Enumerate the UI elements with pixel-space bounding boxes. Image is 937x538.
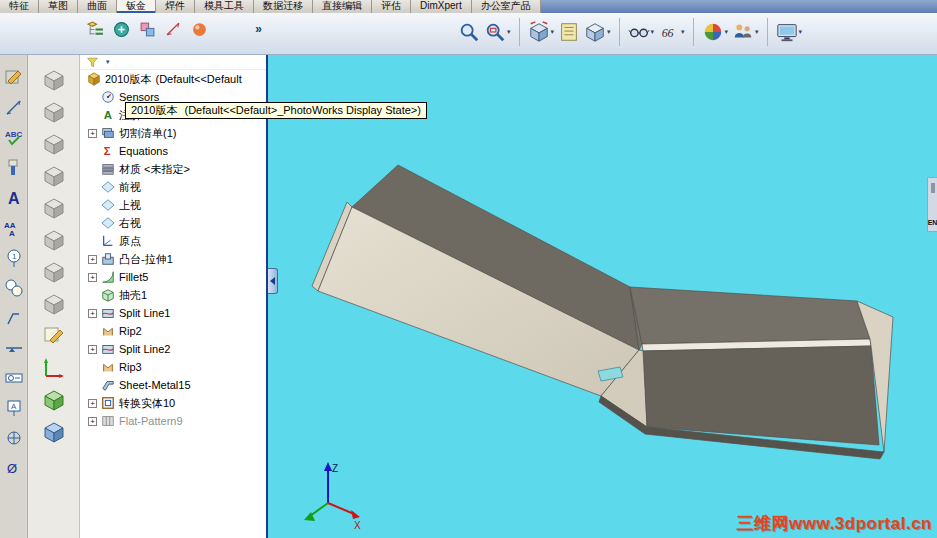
tree-item-7[interactable]: 上视 [80,196,266,214]
instant3d-icon[interactable] [41,387,67,413]
display-style-icon[interactable]: ▾ [582,19,613,45]
sketch-icon[interactable] [3,67,25,89]
linear-pattern-icon[interactable] [41,291,67,317]
lofted-boss-icon[interactable] [41,163,67,189]
filter-dropdown-arrow-icon[interactable]: ▾ [106,58,110,66]
section-view-icon[interactable] [556,19,582,45]
tree-item-3[interactable]: +切割清单(1) [80,124,266,142]
tree-root-item[interactable]: 2010版本 (Default<<Default [80,70,266,88]
extruded-cut-icon[interactable] [41,195,67,221]
propertymanager-tab-icon[interactable] [112,20,130,38]
zoom-to-fit-icon[interactable] [456,19,482,45]
expand-toggle-icon[interactable]: + [88,345,97,354]
fillet-feature-icon[interactable] [41,259,67,285]
tree-item-11[interactable]: +Fillet5 [80,268,266,286]
commandmanager-tab-3[interactable]: 曲面 [78,0,117,13]
tree-item-8[interactable]: 右视 [80,214,266,232]
view-settings-icon[interactable]: ▾ [774,19,805,45]
datum-feature-icon[interactable]: A [3,397,25,419]
commandmanager-tab-11[interactable]: 办公室产品 [472,0,541,13]
dimxpertmanager-tab-icon[interactable] [164,20,182,38]
commandmanager-tab-1[interactable]: 特征 [0,0,39,13]
dropdown-arrow-icon[interactable]: ▾ [725,28,729,36]
hide-show-items-icon[interactable]: ▾ [626,19,657,45]
geometric-tolerance-icon[interactable] [3,367,25,389]
solidworks-window: 特征草图曲面钣金焊件模具工具数据迁移直接编辑评估DimXpert办公室产品 » … [0,0,937,538]
expand-toggle-icon[interactable]: + [88,255,97,264]
commandmanager-tab-2[interactable]: 草图 [39,0,78,13]
expand-toggle-icon[interactable]: + [88,309,97,318]
commandmanager-tab-4[interactable]: 钣金 [117,0,156,13]
commandmanager-tab-10[interactable]: DimXpert [411,0,472,13]
smart-dimension-icon[interactable] [3,97,25,119]
expand-toggle-icon[interactable]: + [88,399,97,408]
revolved-cut-icon[interactable] [41,227,67,253]
fillet-icon [101,270,115,284]
language-bar-handle[interactable] [931,183,935,193]
tree-item-17[interactable]: Sheet-Metal15 [80,376,266,394]
magnified-selection-icon[interactable]: 66▾ [656,19,687,45]
commandmanager-tab-9[interactable]: 评估 [372,0,411,13]
reference-geometry-icon[interactable] [41,355,67,381]
panel-collapse-tab[interactable] [268,268,278,294]
spell-check-icon[interactable]: ABC [3,127,25,149]
dropdown-arrow-icon[interactable]: ▾ [799,28,803,36]
format-painter-icon[interactable] [3,157,25,179]
filter-funnel-icon[interactable] [85,55,99,69]
commandmanager-tab-5[interactable]: 焊件 [156,0,195,13]
tree-item-15[interactable]: +Split Line2 [80,340,266,358]
apply-scene-icon[interactable]: ▾ [730,19,761,45]
edit-appearance-icon[interactable]: ▾ [700,19,731,45]
dropdown-arrow-icon[interactable]: ▾ [681,28,685,36]
commandmanager-tab-8[interactable]: 直接编辑 [313,0,372,13]
material-icon [101,162,115,176]
zoom-to-area-icon[interactable]: ▾ [482,19,513,45]
expand-toggle-icon[interactable]: + [88,273,97,282]
sketch-pencil-icon[interactable] [41,323,67,349]
commandmanager-tab-7[interactable]: 数据迁移 [254,0,313,13]
language-bar[interactable]: EN [927,177,937,232]
datum-target-icon[interactable] [3,427,25,449]
dropdown-arrow-icon[interactable]: ▾ [507,28,511,36]
note-icon[interactable]: A [3,187,25,209]
view-orientation-icon[interactable]: ▾ [526,19,557,45]
tree-item-6[interactable]: 前视 [80,178,266,196]
tree-item-19[interactable]: +Flat-Pattern9 [80,412,266,430]
part-right-top-face[interactable] [630,287,870,344]
balloon-icon[interactable]: 1 [3,247,25,269]
material-apply-icon[interactable] [41,419,67,445]
graphics-viewport[interactable]: Z X EN 三维网www.3dportal.cn [268,55,937,538]
displaymanager-tab-icon[interactable] [190,20,208,38]
tree-item-18[interactable]: +转换实体10 [80,394,266,412]
panel-tabs-overflow[interactable]: » [255,22,262,36]
tree-item-13[interactable]: +Split Line1 [80,304,266,322]
extruded-boss-icon[interactable] [41,67,67,93]
dropdown-arrow-icon[interactable]: ▾ [607,28,611,36]
swept-boss-icon[interactable] [41,131,67,157]
dropdown-arrow-icon[interactable]: ▾ [755,28,759,36]
tree-item-10[interactable]: +凸台-拉伸1 [80,250,266,268]
dropdown-arrow-icon[interactable]: ▾ [551,28,555,36]
configurationmanager-tab-icon[interactable] [138,20,156,38]
revolved-boss-icon[interactable] [41,99,67,125]
language-indicator: EN [928,219,937,226]
expand-toggle-icon[interactable]: + [88,129,97,138]
tree-item-9[interactable]: 原点 [80,232,266,250]
tree-item-16[interactable]: Rip3 [80,358,266,376]
expand-toggle-icon[interactable]: + [88,417,97,426]
svg-text:ABC: ABC [5,130,23,139]
featuremanager-tab-icon[interactable] [86,20,104,38]
tree-item-label: 抽壳1 [119,288,147,303]
tree-item-12[interactable]: 抽壳1 [80,286,266,304]
tree-item-14[interactable]: Rip2 [80,322,266,340]
linear-note-pattern-icon[interactable]: AAA [3,217,25,239]
tree-item-5[interactable]: 材质 <未指定> [80,160,266,178]
dropdown-arrow-icon[interactable]: ▾ [651,28,655,36]
hole-callout-icon[interactable]: Ø [3,457,25,479]
surface-finish-icon[interactable] [3,307,25,329]
commandmanager-tab-6[interactable]: 模具工具 [195,0,254,13]
tree-item-4[interactable]: ΣEquations [80,142,266,160]
tree-root-suffix: (Default<<Default [155,73,241,85]
weld-symbol-icon[interactable] [3,337,25,359]
auto-balloon-icon[interactable] [3,277,25,299]
